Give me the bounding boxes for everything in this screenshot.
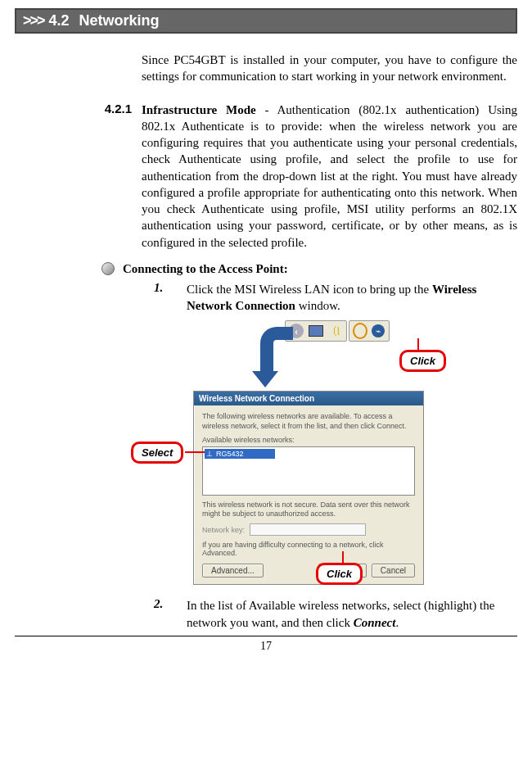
callout-line [185, 451, 205, 453]
tray-group: ‹ ⟮୲ [285, 320, 347, 342]
arrow-down-icon [250, 327, 285, 387]
section-title: Networking [79, 12, 160, 29]
network-item-selected[interactable]: ⊥ RG5432 [205, 449, 275, 459]
step-number: 2. [154, 597, 187, 631]
step-1: 1. Click the MSI Wireless LAN icon to br… [154, 281, 517, 315]
network-key-input[interactable] [250, 523, 366, 536]
dialog-body: The following wireless networks are avai… [194, 405, 423, 584]
security-warning: This wireless network is not secure. Dat… [202, 500, 415, 519]
footer-rule [15, 636, 517, 636]
callout-line [342, 551, 344, 564]
callout-line [417, 338, 419, 352]
status-icon[interactable]: ⌁ [371, 324, 385, 338]
wireless-connection-dialog: Wireless Network Connection The followin… [193, 391, 424, 585]
intro-paragraph: Since PC54GBT is installed in your compu… [142, 52, 517, 85]
available-networks-label: Available wireless networks: [202, 436, 415, 444]
step-number: 1. [154, 281, 187, 315]
step2-part1: In the list of Available wireless networ… [187, 599, 494, 628]
figure: ‹ ⟮୲ ⌁ Wireless Network Connection The f… [187, 320, 481, 591]
cancel-button[interactable]: Cancel [372, 564, 415, 578]
tray-group-2: ⌁ [349, 320, 390, 342]
button-row: Advanced... Connect Cancel [202, 564, 415, 578]
step1-part2: window. [295, 299, 340, 312]
network-ssid: RG5432 [216, 450, 244, 458]
network-icon[interactable] [309, 324, 323, 338]
clock-icon[interactable] [353, 324, 367, 338]
step-text: In the list of Available wireless networ… [187, 597, 517, 631]
step-text: Click the MSI Wireless LAN icon to bring… [187, 281, 517, 315]
step-2: 2. In the list of Available wireless net… [154, 597, 517, 631]
infra-mode-label: Infrastructure Mode [142, 103, 256, 116]
dialog-intro-text: The following wireless networks are avai… [202, 412, 415, 431]
subsection-421: 4.2.1 Infrastructure Mode - Authenticati… [15, 102, 517, 251]
network-list[interactable]: ⊥ RG5432 [202, 446, 415, 496]
network-key-label: Network key: [202, 526, 245, 534]
callout-click-connect: Click [316, 563, 363, 585]
signal-icon: ⊥ [206, 450, 213, 458]
subsection-number: 4.2.1 [15, 102, 142, 251]
step2-part2: . [395, 616, 399, 629]
callout-select: Select [131, 442, 183, 464]
advanced-button[interactable]: Advanced... [202, 564, 264, 578]
chevron-marker: >>> [23, 12, 44, 29]
section-header: >>> 4.2 Networking [15, 8, 517, 34]
callout-click-tray: Click [399, 350, 446, 372]
subsection-body: Infrastructure Mode - Authentication (80… [142, 102, 517, 251]
connecting-heading: Connecting to the Access Point: [123, 262, 288, 276]
bullet-icon [101, 262, 115, 275]
section-number: 4.2 [49, 12, 70, 29]
network-key-row: Network key: [202, 523, 415, 536]
advanced-note: If you are having difficulty connecting … [202, 541, 415, 557]
connecting-heading-row: Connecting to the Access Point: [101, 262, 517, 276]
step2-bold: Connect [354, 616, 396, 629]
page-number: 17 [15, 640, 517, 653]
dialog-title: Wireless Network Connection [194, 392, 423, 405]
step1-part1: Click the MSI Wireless LAN icon to bring… [187, 283, 432, 296]
subsection-text: - Authentication (802.1x authentication)… [142, 103, 517, 249]
system-tray: ‹ ⟮୲ ⌁ [285, 320, 390, 342]
wireless-signal-icon[interactable]: ⟮୲ [328, 324, 343, 338]
